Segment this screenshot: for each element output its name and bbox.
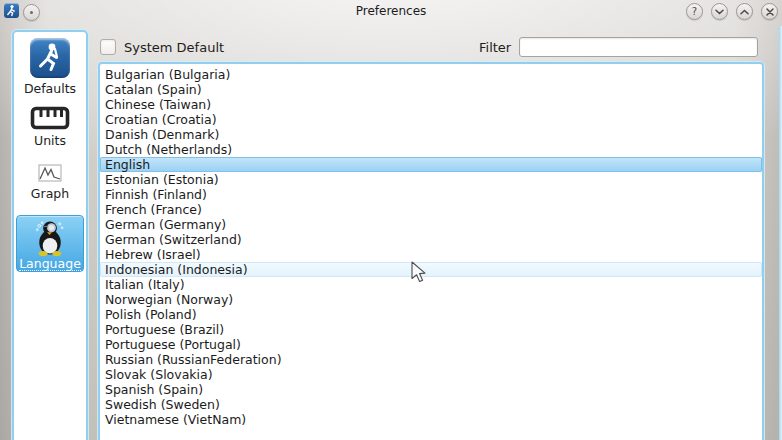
list-item[interactable]: Dutch (Netherlands): [100, 142, 762, 157]
sidebar-item-defaults[interactable]: Defaults: [14, 38, 86, 96]
ruler-icon: [30, 106, 70, 130]
dive-profile-icon: [38, 163, 62, 183]
sidebar-item-label: Graph: [31, 186, 69, 201]
window-title: Preferences: [356, 4, 427, 18]
list-item[interactable]: Slovak (Slovakia): [100, 367, 762, 382]
sidebar-item-language[interactable]: Language: [16, 215, 84, 272]
list-item[interactable]: Spanish (Spain): [100, 382, 762, 397]
list-item[interactable]: Finnish (Finland): [100, 187, 762, 202]
sidebar-item-label: Defaults: [24, 81, 76, 96]
list-item[interactable]: Catalan (Spain): [100, 82, 762, 97]
tux-penguin-icon: [30, 218, 70, 257]
preferences-window: Preferences ?: [0, 0, 782, 440]
list-item[interactable]: French (France): [100, 202, 762, 217]
checkbox-icon: [100, 39, 116, 55]
list-item[interactable]: Italian (Italy): [100, 277, 762, 292]
list-item[interactable]: Vietnamese (VietNam): [100, 412, 762, 427]
list-item[interactable]: German (Switzerland): [100, 232, 762, 247]
subsurface-diver-icon: [4, 3, 19, 18]
help-button[interactable]: ?: [686, 3, 703, 20]
filter-label: Filter: [479, 40, 511, 55]
filter-input[interactable]: [519, 37, 758, 57]
help-icon: ?: [692, 7, 697, 17]
system-default-label: System Default: [124, 40, 224, 55]
sidebar: Defaults Units Graph: [12, 30, 88, 440]
chevron-down-icon: [715, 9, 724, 15]
list-item[interactable]: Russian (RussianFederation): [100, 352, 762, 367]
sidebar-item-units[interactable]: Units: [14, 106, 86, 148]
list-item[interactable]: Danish (Denmark): [100, 127, 762, 142]
shade-button[interactable]: [711, 3, 728, 20]
close-button[interactable]: [761, 3, 778, 20]
chevron-up-icon: [740, 9, 749, 15]
list-item[interactable]: Chinese (Taiwan): [100, 97, 762, 112]
sidebar-item-graph[interactable]: Graph: [14, 163, 86, 201]
list-item[interactable]: German (Germany): [100, 217, 762, 232]
sidebar-item-label: Units: [34, 133, 66, 148]
unshade-button[interactable]: [736, 3, 753, 20]
window-controls: ?: [686, 3, 778, 20]
list-item[interactable]: Estonian (Estonia): [100, 172, 762, 187]
list-item[interactable]: Croatian (Croatia): [100, 112, 762, 127]
list-item[interactable]: Indonesian (Indonesia): [100, 262, 762, 277]
language-list[interactable]: Bulgarian (Bulgaria)Catalan (Spain)Chine…: [98, 62, 764, 440]
list-item[interactable]: Portuguese (Brazil): [100, 322, 762, 337]
sidebar-item-label: Language: [19, 257, 81, 271]
list-item[interactable]: Polish (Poland): [100, 307, 762, 322]
list-item[interactable]: Norwegian (Norway): [100, 292, 762, 307]
window-menu-button[interactable]: [23, 4, 40, 21]
list-item[interactable]: English: [100, 157, 762, 172]
list-item[interactable]: Portuguese (Portugal): [100, 337, 762, 352]
diver-icon: [30, 38, 70, 78]
list-item[interactable]: Swedish (Sweden): [100, 397, 762, 412]
close-icon: [766, 8, 774, 16]
menu-dot-icon: [30, 11, 33, 14]
filter-group: Filter: [479, 37, 758, 57]
list-item[interactable]: Hebrew (Israel): [100, 247, 762, 262]
titlebar[interactable]: Preferences ?: [0, 0, 782, 24]
system-default-checkbox[interactable]: System Default: [100, 39, 224, 55]
list-item[interactable]: Bulgarian (Bulgaria): [100, 67, 762, 82]
